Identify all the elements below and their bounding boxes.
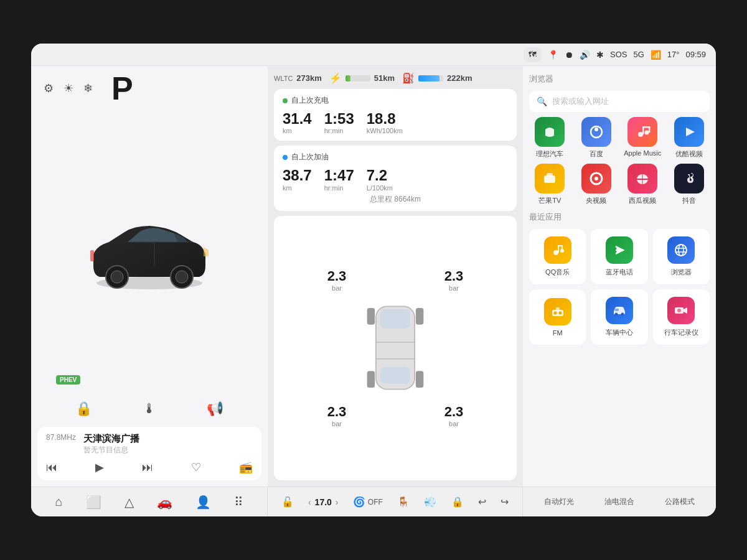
temp-down-button[interactable]: ‹ (308, 497, 311, 507)
fuel-header: 自上次加油 (283, 152, 508, 162)
seat-heat-icon[interactable]: 🪑 (397, 496, 410, 508)
fuel-dist-unit: km (283, 184, 312, 192)
hybrid-mode-button[interactable]: 油电混合 (604, 497, 634, 507)
electric-stats-section: 自上次充电 31.4 km 1:53 hr:min 18.8 kWh/100km (274, 89, 517, 141)
climate-icon[interactable]: 🌡 (143, 401, 156, 417)
app-cctv[interactable]: 央视频 (576, 164, 618, 205)
svg-point-41 (553, 311, 557, 314)
radio-icon[interactable]: 📻 (239, 460, 253, 474)
fuel-value: 222km (447, 73, 472, 83)
xigua-icon (627, 164, 657, 194)
fuel-stats-section: 自上次加油 38.7 km 1:47 hr:min 7.2 L/100km (274, 146, 517, 210)
douyin-label: 抖音 (682, 196, 696, 205)
play-button[interactable]: ▶ (95, 460, 104, 474)
baidu-icon (581, 117, 611, 147)
temp-up-button[interactable]: › (336, 497, 339, 507)
auto-light-button[interactable]: 自动灯光 (544, 497, 574, 507)
fm-icon (544, 298, 571, 325)
electric-time-unit: hr:min (324, 127, 354, 134)
svg-point-17 (638, 132, 643, 137)
recent-bluetooth[interactable]: 蓝牙电话 (591, 229, 647, 284)
regen-icon[interactable]: ↩ (478, 496, 486, 508)
app-youku[interactable]: 优酷视频 (669, 117, 710, 159)
tire-front-left: 2.3 bar (327, 268, 347, 292)
app-mango[interactable]: 芒果TV (529, 164, 571, 205)
map-icon: 🗺 (529, 50, 537, 59)
app-douyin[interactable]: 抖音 (669, 164, 710, 205)
recent-dashcam[interactable]: 行车记录仪 (653, 289, 710, 345)
dashcam-icon (667, 297, 695, 324)
svg-point-45 (621, 313, 624, 316)
record-icon: ⏺ (565, 50, 573, 60)
wltc-range: WLTC 273km (274, 73, 322, 83)
svg-point-4 (176, 271, 188, 283)
svg-point-18 (645, 131, 649, 135)
wind-off-label: OFF (368, 498, 383, 506)
svg-rect-5 (90, 250, 94, 261)
tire-diagram: 2.3 bar 2.3 bar (318, 264, 472, 431)
radio-info: 天津滨海广播 暂无节目信息 (83, 433, 139, 455)
fuel-consumption: 7.2 L/100km (367, 167, 393, 191)
home-button[interactable]: ⌂ (55, 495, 62, 509)
recent-fm[interactable]: FM (529, 289, 586, 345)
app-baidu[interactable]: 百度 (576, 117, 618, 159)
defrost-icon[interactable]: 💨 (424, 496, 436, 508)
mode-bar: 自动灯光 油电混合 公路模式 (523, 487, 716, 516)
main-screen: 🗺 📍 ⏺ 🔊 ✱ SOS 5G 📶 17° 09:59 ⚙ ☀ ❄ P (31, 44, 716, 516)
app-apple-music[interactable]: Apple Music (622, 117, 664, 159)
tire-section: 2.3 bar 2.3 bar (274, 216, 517, 480)
apple-music-icon (627, 117, 657, 147)
drive-mode-icon[interactable]: 🔒 (451, 496, 464, 508)
wltc-label: WLTC (274, 75, 293, 82)
regen2-icon[interactable]: ↪ (500, 496, 509, 508)
wind-off-control[interactable]: 🌀 OFF (353, 496, 383, 508)
car-nav-button[interactable]: 🚗 (157, 495, 172, 510)
app-lixiang[interactable]: 理想汽车 (529, 117, 571, 159)
fuel-bar (418, 75, 443, 82)
total-mileage: 总里程 8664km (283, 194, 508, 205)
recent-apps-title: 最近应用 (529, 210, 710, 224)
electric-stat-row: 31.4 km 1:53 hr:min 18.8 kWh/100km (283, 111, 508, 134)
fm-label: FM (553, 329, 563, 337)
profile-button[interactable]: 👤 (195, 495, 211, 510)
mango-icon (535, 164, 565, 194)
cool-icon: ❄ (83, 82, 93, 95)
top-icon-box: 🗺 (524, 47, 542, 62)
svg-point-30 (553, 250, 558, 255)
lock-unlock-control[interactable]: 🔓 (281, 496, 294, 508)
svg-point-36 (675, 245, 687, 256)
prev-track-button[interactable]: ⏮ (46, 461, 57, 474)
bluetooth-icon: ✱ (596, 50, 604, 60)
svg-rect-11 (367, 308, 375, 325)
dashcam-label: 行车记录仪 (664, 328, 698, 337)
recent-car-center[interactable]: 车辆中心 (591, 289, 647, 345)
favorite-button[interactable]: ♡ (191, 460, 201, 474)
fuel-distance: 38.7 km (283, 167, 312, 191)
lock-icon[interactable]: 🔒 (75, 401, 92, 417)
fuel-cons-unit: L/100km (367, 184, 393, 192)
svg-rect-46 (615, 309, 619, 311)
fuel-icon: ⛽ (402, 72, 415, 84)
cctv-label: 央视频 (586, 196, 606, 205)
next-track-button[interactable]: ⏭ (142, 461, 153, 474)
middle-panel: WLTC 273km ⚡ 51km ⛽ 222km (268, 66, 523, 487)
svg-point-26 (594, 177, 598, 180)
car-image (81, 210, 218, 291)
temperature-control: ‹ 17.0 › (308, 497, 339, 507)
app-xigua[interactable]: 西瓜视频 (622, 164, 664, 205)
electric-distance: 31.4 km (283, 111, 312, 134)
search-box[interactable]: 🔍 搜索或输入网址 (529, 91, 710, 112)
tire-rr-value: 2.3 (444, 404, 464, 420)
map-nav-button[interactable]: △ (125, 495, 134, 510)
horn-icon[interactable]: 📢 (207, 401, 223, 417)
electric-header: 自上次充电 (283, 95, 508, 106)
lixiang-label: 理想汽车 (536, 149, 563, 159)
qq-music-label: QQ音乐 (545, 268, 570, 277)
road-mode-button[interactable]: 公路模式 (665, 497, 695, 507)
window-button[interactable]: ⬜ (86, 495, 101, 510)
recent-qq-music[interactable]: QQ音乐 (529, 229, 586, 284)
recent-browser[interactable]: 浏览器 (653, 229, 710, 284)
sos-label[interactable]: SOS (610, 50, 627, 59)
lock-ctrl-icon: 🔓 (281, 496, 294, 508)
apps-button[interactable]: ⠿ (234, 495, 243, 510)
